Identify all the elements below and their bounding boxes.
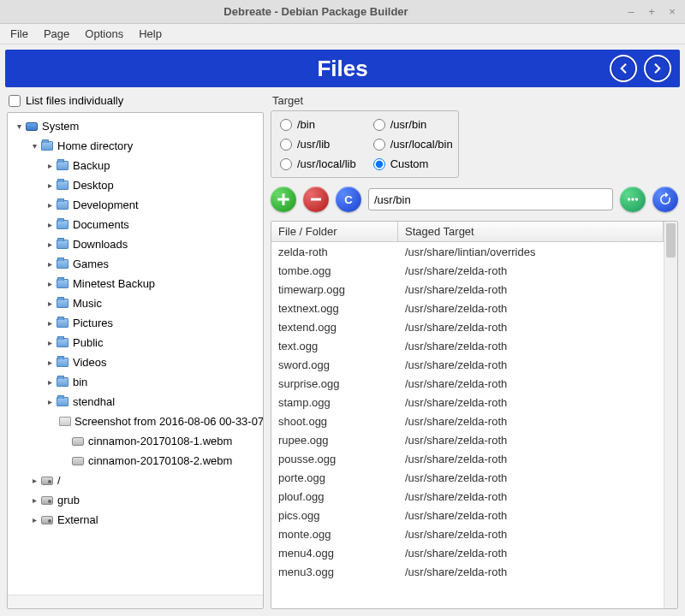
folder-icon bbox=[56, 376, 69, 389]
table-row[interactable]: menu3.ogg/usr/share/zelda-roth bbox=[271, 562, 664, 581]
expand-icon[interactable]: ▸ bbox=[44, 200, 56, 210]
target-radio-input[interactable] bbox=[373, 158, 385, 170]
table-vertical-scrollbar[interactable] bbox=[664, 222, 677, 608]
expand-icon[interactable]: ▸ bbox=[44, 240, 56, 249]
expand-icon[interactable]: ▸ bbox=[44, 259, 56, 269]
table-row[interactable]: zelda-roth/usr/share/lintian/overrides bbox=[271, 242, 664, 261]
add-button[interactable] bbox=[271, 187, 296, 212]
tree-folder[interactable]: ▸Public bbox=[8, 333, 263, 352]
tree-folder[interactable]: ▸stendhal bbox=[8, 392, 263, 412]
tree-folder[interactable]: ▸Desktop bbox=[8, 175, 263, 195]
tree-horizontal-scrollbar[interactable] bbox=[8, 595, 263, 608]
tree-folder[interactable]: ▸Pictures bbox=[8, 313, 263, 333]
tree-folder[interactable]: ▸Videos bbox=[8, 352, 263, 372]
target-radio-input[interactable] bbox=[280, 158, 292, 170]
tree-file[interactable]: Screenshot from 2016-08-06 00-33-07 bbox=[8, 412, 263, 431]
tree-folder[interactable]: ▸bin bbox=[8, 372, 263, 392]
maximize-button[interactable]: + bbox=[646, 5, 658, 18]
tree-folder[interactable]: ▸Downloads bbox=[8, 234, 263, 254]
table-row[interactable]: rupee.ogg/usr/share/zelda-roth bbox=[271, 430, 664, 449]
table-row[interactable]: textnext.ogg/usr/share/zelda-roth bbox=[271, 299, 664, 317]
expand-icon[interactable]: ▾ bbox=[28, 141, 40, 151]
target-radio[interactable]: /usr/local/lib bbox=[280, 157, 356, 170]
tree-label: stendhal bbox=[73, 395, 115, 408]
menu-help[interactable]: Help bbox=[132, 26, 169, 42]
close-button[interactable]: × bbox=[666, 5, 678, 18]
cell-file: menu3.ogg bbox=[271, 566, 398, 578]
clear-button[interactable]: C bbox=[336, 187, 361, 212]
expand-icon[interactable]: ▸ bbox=[44, 377, 56, 387]
col-staged-target[interactable]: Staged Target bbox=[398, 222, 664, 241]
target-radio[interactable]: /usr/bin bbox=[373, 118, 453, 131]
expand-icon[interactable]: ▸ bbox=[44, 220, 56, 229]
target-radio-input[interactable] bbox=[280, 119, 292, 131]
table-row[interactable]: sword.ogg/usr/share/zelda-roth bbox=[271, 355, 664, 374]
tree-file[interactable]: cinnamon-20170108-1.webm bbox=[8, 431, 263, 451]
table-row[interactable]: textend.ogg/usr/share/zelda-roth bbox=[271, 317, 664, 336]
prev-page-button[interactable] bbox=[610, 55, 637, 82]
folder-icon bbox=[56, 297, 69, 311]
table-row[interactable]: porte.ogg/usr/share/zelda-roth bbox=[271, 468, 664, 487]
tree-folder[interactable]: ▸Games bbox=[8, 254, 263, 274]
next-page-button[interactable] bbox=[644, 55, 671, 82]
tree-folder[interactable]: ▸Documents bbox=[8, 215, 263, 234]
list-individually-checkbox[interactable]: List files individually bbox=[7, 92, 264, 112]
folder-icon bbox=[56, 218, 69, 232]
scrollbar-thumb[interactable] bbox=[666, 223, 676, 258]
minimize-button[interactable]: – bbox=[625, 5, 637, 18]
tree-home[interactable]: ▾Home directory bbox=[8, 136, 263, 156]
tree-drive[interactable]: ▸grub bbox=[8, 490, 263, 510]
cell-target: /usr/share/zelda-roth bbox=[398, 283, 664, 296]
expand-icon[interactable]: ▸ bbox=[44, 161, 56, 170]
tree-folder[interactable]: ▸Minetest Backup bbox=[8, 274, 263, 293]
target-radio[interactable]: Custom bbox=[373, 157, 453, 170]
table-row[interactable]: timewarp.ogg/usr/share/zelda-roth bbox=[271, 280, 664, 299]
tree-folder[interactable]: ▸Development bbox=[8, 195, 263, 215]
table-row[interactable]: pousse.ogg/usr/share/zelda-roth bbox=[271, 449, 664, 468]
expand-icon[interactable]: ▸ bbox=[44, 318, 56, 328]
expand-icon[interactable]: ▸ bbox=[44, 299, 56, 308]
file-tree-scroll[interactable]: ▾System▾Home directory▸Backup▸Desktop▸De… bbox=[8, 113, 263, 595]
target-radio-input[interactable] bbox=[280, 139, 292, 151]
table-row[interactable]: monte.ogg/usr/share/zelda-roth bbox=[271, 524, 664, 543]
table-row[interactable]: plouf.ogg/usr/share/zelda-roth bbox=[271, 487, 664, 506]
target-radio[interactable]: /usr/local/bin bbox=[373, 138, 453, 151]
expand-icon[interactable]: ▸ bbox=[44, 397, 56, 406]
table-row[interactable]: pics.ogg/usr/share/zelda-roth bbox=[271, 506, 664, 524]
table-row[interactable]: text.ogg/usr/share/zelda-roth bbox=[271, 336, 664, 355]
target-radio[interactable]: /usr/lib bbox=[280, 138, 356, 151]
col-file-folder[interactable]: File / Folder bbox=[271, 222, 398, 241]
table-row[interactable]: stamp.ogg/usr/share/zelda-roth bbox=[271, 393, 664, 412]
tree-drive[interactable]: ▸External bbox=[8, 510, 263, 530]
table-row[interactable]: tombe.ogg/usr/share/zelda-roth bbox=[271, 261, 664, 280]
tree-drive[interactable]: ▸/ bbox=[8, 471, 263, 490]
expand-icon[interactable]: ▸ bbox=[44, 338, 56, 347]
target-radio-input[interactable] bbox=[373, 139, 385, 151]
menu-options[interactable]: Options bbox=[78, 26, 130, 42]
expand-icon[interactable]: ▾ bbox=[13, 121, 25, 131]
menu-file[interactable]: File bbox=[3, 26, 35, 42]
remove-button[interactable] bbox=[303, 187, 329, 212]
tree-folder[interactable]: ▸Music bbox=[8, 293, 263, 313]
target-path-input[interactable] bbox=[368, 188, 613, 210]
expand-icon[interactable]: ▸ bbox=[28, 495, 40, 505]
refresh-button[interactable] bbox=[652, 187, 678, 212]
table-row[interactable]: menu4.ogg/usr/share/zelda-roth bbox=[271, 543, 664, 562]
table-body[interactable]: zelda-roth/usr/share/lintian/overridesto… bbox=[271, 242, 664, 608]
target-radio-input[interactable] bbox=[373, 119, 385, 131]
target-radio[interactable]: /bin bbox=[280, 118, 356, 131]
tree-file[interactable]: cinnamon-20170108-2.webm bbox=[8, 451, 263, 471]
menu-page[interactable]: Page bbox=[37, 26, 76, 42]
cell-file: timewarp.ogg bbox=[271, 283, 398, 296]
expand-icon[interactable]: ▸ bbox=[28, 515, 40, 524]
table-row[interactable]: shoot.ogg/usr/share/zelda-roth bbox=[271, 412, 664, 430]
expand-icon[interactable]: ▸ bbox=[44, 279, 56, 288]
table-row[interactable]: surprise.ogg/usr/share/zelda-roth bbox=[271, 374, 664, 393]
expand-icon[interactable]: ▸ bbox=[44, 358, 56, 367]
tree-system[interactable]: ▾System bbox=[8, 116, 263, 136]
browse-button[interactable] bbox=[620, 187, 646, 212]
expand-icon[interactable]: ▸ bbox=[44, 181, 56, 190]
list-individually-input[interactable] bbox=[9, 95, 21, 107]
expand-icon[interactable]: ▸ bbox=[28, 476, 40, 485]
tree-folder[interactable]: ▸Backup bbox=[8, 156, 263, 175]
